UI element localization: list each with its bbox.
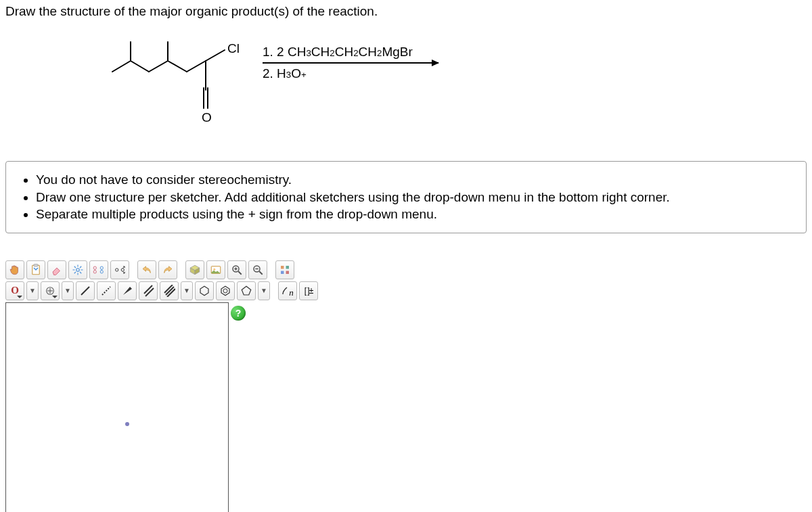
svg-marker-40 xyxy=(123,287,132,295)
svg-rect-32 xyxy=(286,266,290,269)
svg-point-35 xyxy=(47,287,54,295)
svg-line-43 xyxy=(164,285,173,293)
svg-line-41 xyxy=(144,285,152,294)
svg-point-17 xyxy=(100,266,103,269)
svg-line-45 xyxy=(167,289,175,297)
clean-button[interactable] xyxy=(89,260,108,279)
reagent-step-1: 1. 2 CH3CH2CH2CH2MgBr xyxy=(263,45,438,60)
cl-label: Cl xyxy=(227,41,240,55)
instruction-item: Separate multiple products using the + s… xyxy=(36,206,794,223)
svg-line-5 xyxy=(168,61,187,72)
svg-point-28 xyxy=(254,266,260,272)
expand-button[interactable] xyxy=(110,260,129,279)
double-bond-button[interactable] xyxy=(139,281,158,300)
svg-marker-49 xyxy=(242,286,251,295)
add-atom-button[interactable] xyxy=(41,281,60,300)
instructions-panel: You do not have to consider stereochemis… xyxy=(5,161,807,233)
reagent-conditions: 1. 2 CH3CH2CH2CH2MgBr 2. H3O+ xyxy=(263,45,438,81)
add-atom-dropdown[interactable]: ▼ xyxy=(62,281,74,300)
oxygen-label: O xyxy=(202,110,212,124)
instruction-item: You do not have to consider stereochemis… xyxy=(36,171,794,189)
svg-line-1 xyxy=(131,61,149,72)
svg-point-18 xyxy=(100,271,103,273)
redo-button[interactable] xyxy=(158,260,177,279)
svg-rect-11 xyxy=(32,265,40,275)
reaction-arrow xyxy=(263,62,438,64)
svg-rect-31 xyxy=(281,266,284,269)
center-button[interactable] xyxy=(68,260,87,279)
svg-line-25 xyxy=(238,271,242,275)
canvas-center-dot xyxy=(125,422,129,426)
svg-line-38 xyxy=(81,287,89,295)
zoom-in-button[interactable] xyxy=(227,260,246,279)
instruction-item: Draw one structure per sketcher. Add add… xyxy=(36,189,794,206)
benzene-ring-button[interactable] xyxy=(216,281,235,300)
svg-point-15 xyxy=(93,271,96,273)
svg-line-39 xyxy=(102,287,110,295)
svg-marker-46 xyxy=(200,286,208,296)
svg-point-21 xyxy=(121,269,124,271)
element-picker-button[interactable]: O xyxy=(5,281,24,300)
svg-point-48 xyxy=(223,289,227,293)
svg-line-29 xyxy=(259,271,263,275)
svg-line-10 xyxy=(206,50,225,61)
svg-rect-22 xyxy=(211,266,221,274)
starting-material-structure: Cl O xyxy=(100,32,256,134)
svg-point-20 xyxy=(116,269,118,271)
zoom-out-button[interactable] xyxy=(248,260,267,279)
svg-point-13 xyxy=(76,269,80,272)
svg-line-6 xyxy=(187,61,206,72)
svg-line-0 xyxy=(112,61,131,72)
svg-point-24 xyxy=(233,266,239,272)
ring-dropdown[interactable]: ▼ xyxy=(258,281,270,300)
undo-button[interactable] xyxy=(137,260,156,279)
reagent-step-2: 2. H3O+ xyxy=(263,66,438,81)
cyclohexane-ring-button[interactable] xyxy=(195,281,214,300)
svg-point-23 xyxy=(213,269,215,271)
eraser-button[interactable] xyxy=(47,260,66,279)
charge-button[interactable]: [ ]± xyxy=(299,281,318,300)
toolbar-row-2: O ▼ ▼ ▼ ▼ xyxy=(5,281,384,300)
element-picker-dropdown[interactable]: ▼ xyxy=(26,281,39,300)
threed-button[interactable] xyxy=(185,260,204,279)
svg-rect-33 xyxy=(281,271,284,274)
drawing-canvas[interactable]: ? xyxy=(5,302,229,512)
single-bond-button[interactable] xyxy=(76,281,95,300)
wedge-bond-button[interactable] xyxy=(118,281,137,300)
settings-button[interactable] xyxy=(275,260,294,279)
svg-rect-12 xyxy=(34,264,38,266)
toolbar-row-1 xyxy=(5,260,384,279)
structure-sketcher: O ▼ ▼ ▼ ▼ xyxy=(5,260,384,512)
svg-rect-34 xyxy=(286,271,290,274)
cyclopentane-ring-button[interactable] xyxy=(237,281,256,300)
svg-marker-47 xyxy=(221,286,229,296)
image-export-button[interactable] xyxy=(206,260,225,279)
hand-tool-button[interactable] xyxy=(5,260,24,279)
reaction-scheme: Cl O 1. 2 CH3CH2CH2CH2MgBr 2. H3O+ xyxy=(100,32,807,127)
help-button[interactable]: ? xyxy=(231,306,246,321)
polymer-button[interactable]: n xyxy=(278,281,297,300)
bond-dropdown[interactable]: ▼ xyxy=(181,281,193,300)
dashed-bond-button[interactable] xyxy=(97,281,116,300)
svg-line-42 xyxy=(145,288,154,296)
paste-button[interactable] xyxy=(26,260,45,279)
question-title: Draw the structure of the major organic … xyxy=(5,4,807,19)
svg-line-3 xyxy=(149,61,168,72)
svg-line-44 xyxy=(166,287,174,295)
triple-bond-button[interactable] xyxy=(160,281,179,300)
svg-point-14 xyxy=(93,266,96,269)
